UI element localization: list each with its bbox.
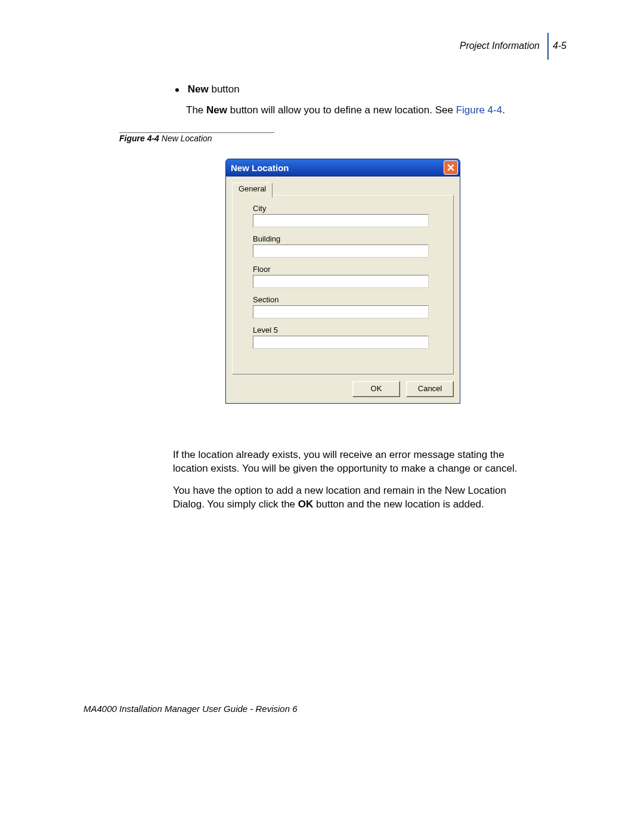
cancel-button[interactable]: Cancel: [406, 381, 454, 397]
header-section: Project Information: [460, 41, 540, 51]
bullet-text-rest: button: [209, 83, 240, 95]
figure-link[interactable]: Figure 4-4: [456, 104, 502, 116]
input-building[interactable]: [253, 244, 429, 258]
paragraph-3: You have the option to add a new locatio…: [173, 484, 519, 512]
label-level5: Level 5: [253, 326, 445, 335]
close-icon: [447, 163, 454, 173]
dialog-titlebar: New Location: [225, 159, 460, 176]
label-floor: Floor: [253, 265, 445, 274]
input-city[interactable]: [253, 214, 429, 227]
label-building: Building: [253, 234, 445, 243]
input-floor[interactable]: [253, 275, 429, 288]
close-button[interactable]: [444, 160, 458, 175]
input-section[interactable]: [253, 305, 429, 318]
tab-panel-general: City Building Floor Section Level 5: [232, 195, 454, 374]
figure-caption: Figure 4-4 New Location: [119, 134, 212, 143]
bullet-dot-icon: [175, 88, 179, 92]
label-city: City: [253, 204, 445, 213]
dialog-title: New Location: [231, 163, 289, 173]
footer-text: MA4000 Installation Manager User Guide -…: [83, 704, 298, 714]
paragraph-2: If the location already exists, you will…: [173, 448, 519, 476]
paragraph-1: The New button will allow you to define …: [186, 104, 543, 117]
bullet-text-bold: New: [188, 83, 209, 95]
input-level5[interactable]: [253, 336, 429, 349]
ok-button[interactable]: OK: [352, 381, 400, 397]
bullet-new-button: New button: [173, 83, 543, 95]
tab-general[interactable]: General: [232, 182, 273, 197]
label-section: Section: [253, 295, 445, 304]
header-divider: [547, 33, 549, 60]
header-page-number: 4-5: [553, 41, 566, 51]
new-location-dialog: New Location General City Building Floor…: [225, 159, 460, 404]
